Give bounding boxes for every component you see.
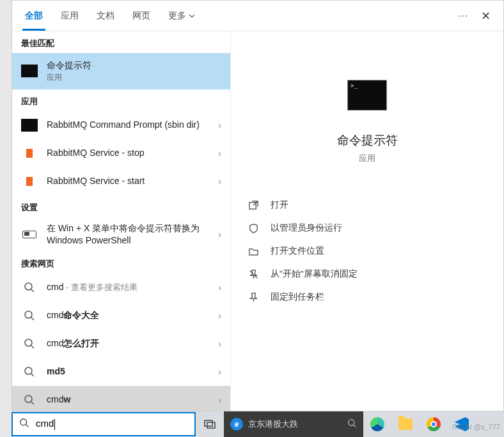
pin-icon bbox=[248, 291, 259, 303]
action-run-admin[interactable]: 以管理员身份运行 bbox=[244, 217, 491, 240]
action-open-location[interactable]: 打开文件位置 bbox=[244, 240, 491, 263]
taskbar-search-box[interactable]: cmd bbox=[12, 412, 196, 436]
section-apps: 应用 bbox=[12, 89, 230, 111]
rabbitmq-icon bbox=[26, 177, 33, 186]
windows-search-panel: 全部 应用 文档 网页 更多 ··· ✕ 最佳匹配 命令提示符 应用 应用 bbox=[12, 0, 504, 411]
chevron-right-icon: › bbox=[218, 120, 221, 130]
toggle-icon bbox=[22, 231, 36, 238]
chevron-right-icon: › bbox=[218, 310, 221, 321]
svg-rect-8 bbox=[205, 420, 212, 426]
tab-more-label: 更多 bbox=[168, 10, 186, 22]
result-app[interactable]: RabbitMQ Command Prompt (sbin dir) › bbox=[12, 111, 230, 139]
section-best-match: 最佳匹配 bbox=[12, 31, 230, 53]
result-app[interactable]: RabbitMQ Service - start › bbox=[12, 167, 230, 195]
search-icon bbox=[347, 418, 357, 430]
result-title: RabbitMQ Service - stop bbox=[47, 147, 209, 159]
svg-point-0 bbox=[25, 283, 32, 290]
result-title: 命令提示符 bbox=[47, 59, 221, 72]
tab-docs[interactable]: 文档 bbox=[97, 1, 114, 31]
svg-point-2 bbox=[25, 339, 32, 346]
chevron-right-icon: › bbox=[218, 339, 221, 349]
chrome-icon bbox=[427, 417, 441, 431]
preview-title: 命令提示符 bbox=[337, 132, 398, 149]
search-icon bbox=[21, 280, 38, 295]
result-web[interactable]: cmd怎么打开 › bbox=[12, 330, 230, 358]
search-icon bbox=[21, 309, 38, 323]
action-pin-taskbar[interactable]: 固定到任务栏 bbox=[244, 286, 491, 309]
task-view-button[interactable] bbox=[196, 411, 224, 437]
ie-text: 京东港股大跌 bbox=[248, 418, 298, 430]
chevron-right-icon: › bbox=[218, 229, 221, 240]
action-open[interactable]: 打开 bbox=[244, 194, 491, 217]
svg-rect-6 bbox=[249, 202, 255, 208]
result-title: cmd怎么打开 bbox=[47, 337, 209, 349]
svg-point-4 bbox=[25, 395, 32, 402]
svg-rect-9 bbox=[207, 422, 215, 428]
result-best-match[interactable]: 命令提示符 应用 bbox=[12, 53, 230, 89]
results-list: 最佳匹配 命令提示符 应用 应用 RabbitMQ Command Prompt… bbox=[12, 31, 231, 411]
cmd-icon bbox=[21, 65, 38, 77]
taskbar-edge[interactable] bbox=[363, 411, 391, 437]
watermark: CSDN @s_777 bbox=[452, 423, 500, 431]
result-title: RabbitMQ Service - start bbox=[47, 175, 209, 187]
taskbar-explorer[interactable] bbox=[391, 411, 420, 437]
result-title: cmd - 查看更多搜索结果 bbox=[47, 281, 209, 293]
result-title: 在 Win + X 菜单中将命令提示符替换为 Windows PowerShel… bbox=[47, 222, 209, 247]
preview-app-icon bbox=[347, 80, 387, 111]
search-tabs: 全部 应用 文档 网页 更多 ··· ✕ bbox=[12, 1, 503, 31]
ie-address-bar[interactable]: e 京东港股大跌 bbox=[224, 411, 363, 437]
taskbar-chrome[interactable] bbox=[420, 411, 448, 437]
folder-icon bbox=[398, 418, 413, 430]
close-button[interactable]: ✕ bbox=[481, 9, 491, 23]
chevron-down-icon bbox=[189, 13, 195, 19]
search-icon bbox=[21, 365, 38, 379]
chevron-right-icon: › bbox=[218, 395, 221, 405]
open-icon bbox=[248, 199, 259, 211]
tab-all[interactable]: 全部 bbox=[25, 1, 43, 31]
svg-point-10 bbox=[349, 420, 354, 425]
edge-icon bbox=[370, 417, 384, 431]
search-icon bbox=[21, 337, 38, 351]
rabbitmq-icon bbox=[26, 149, 33, 158]
ie-icon: e bbox=[230, 418, 243, 431]
search-icon bbox=[21, 393, 38, 407]
more-options-button[interactable]: ··· bbox=[458, 10, 468, 22]
result-title: cmd命令大全 bbox=[47, 309, 209, 321]
unpin-icon bbox=[248, 268, 259, 280]
svg-point-7 bbox=[20, 418, 27, 425]
result-title: cmdw bbox=[47, 394, 209, 406]
chevron-right-icon: › bbox=[218, 176, 221, 187]
result-subtitle: 应用 bbox=[47, 72, 221, 83]
taskbar: cmd e 京东港股大跌 bbox=[12, 411, 504, 437]
result-app[interactable]: RabbitMQ Service - stop › bbox=[12, 139, 230, 167]
chevron-right-icon: › bbox=[218, 148, 221, 158]
tab-apps[interactable]: 应用 bbox=[61, 1, 79, 31]
result-title: md5 bbox=[47, 365, 209, 378]
action-unpin-start[interactable]: 从"开始"屏幕取消固定 bbox=[244, 263, 491, 286]
folder-icon bbox=[248, 245, 259, 257]
svg-point-1 bbox=[25, 311, 32, 318]
cmd-icon bbox=[21, 119, 38, 132]
tab-more[interactable]: 更多 bbox=[168, 1, 195, 31]
result-web[interactable]: cmdw › bbox=[12, 386, 230, 411]
shield-icon bbox=[248, 222, 259, 234]
search-icon bbox=[19, 418, 29, 431]
tab-web[interactable]: 网页 bbox=[132, 1, 150, 31]
result-title: RabbitMQ Command Prompt (sbin dir) bbox=[47, 119, 209, 131]
section-settings: 设置 bbox=[12, 195, 230, 217]
chevron-right-icon: › bbox=[218, 282, 221, 293]
result-setting[interactable]: 在 Win + X 菜单中将命令提示符替换为 Windows PowerShel… bbox=[12, 217, 230, 252]
svg-point-3 bbox=[25, 367, 32, 374]
search-input-value: cmd bbox=[36, 418, 55, 430]
result-web[interactable]: cmd命令大全 › bbox=[12, 302, 230, 330]
preview-pane: 命令提示符 应用 打开 以管理员身份运行 打开文件位置 从"开始"屏幕取消固定 bbox=[231, 31, 503, 411]
chevron-right-icon: › bbox=[218, 367, 221, 377]
section-web: 搜索网页 bbox=[12, 252, 230, 273]
result-web[interactable]: md5 › bbox=[12, 358, 230, 386]
preview-subtitle: 应用 bbox=[359, 153, 375, 164]
result-web[interactable]: cmd - 查看更多搜索结果 › bbox=[12, 273, 230, 302]
